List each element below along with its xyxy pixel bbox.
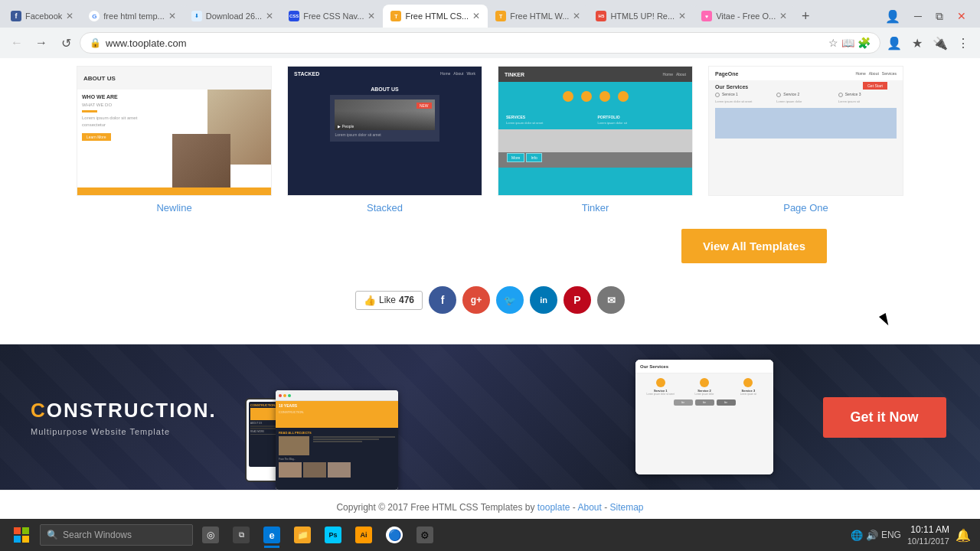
twitter-share-button[interactable]: 🐦 bbox=[496, 286, 524, 314]
bookmark-button[interactable]: ★ bbox=[906, 32, 928, 54]
browser-dot-yellow bbox=[283, 394, 286, 397]
volume-icon[interactable]: 🔊 bbox=[866, 530, 878, 541]
network-icon[interactable]: 🌐 bbox=[851, 530, 863, 541]
email-share-button[interactable]: ✉ bbox=[597, 286, 625, 314]
browser-line2 bbox=[313, 439, 379, 440]
preview-nav1: Home bbox=[663, 72, 673, 77]
get-it-now-button[interactable]: Get it Now bbox=[823, 397, 946, 438]
template-card-pageone[interactable]: PageOne Home About Services Our Services bbox=[708, 66, 903, 214]
tab-2[interactable]: G free html temp... ✕ bbox=[81, 5, 183, 28]
browser-row1 bbox=[279, 436, 395, 455]
tab-active[interactable]: T Free HTML CS... ✕ bbox=[383, 5, 488, 28]
gplus-icon: g+ bbox=[471, 295, 482, 305]
reader-icon[interactable]: 📖 bbox=[841, 37, 854, 49]
tab2-close[interactable]: ✕ bbox=[168, 11, 176, 21]
preview-navitem1: Home bbox=[440, 71, 450, 76]
tab2-favicon: G bbox=[89, 11, 100, 21]
tab8-close[interactable]: ✕ bbox=[779, 11, 787, 21]
minimize-button[interactable]: ─ bbox=[910, 8, 926, 24]
taskbar-search-placeholder: Search Windows bbox=[63, 530, 132, 540]
profile-icon[interactable]: 👤 bbox=[880, 8, 905, 25]
tab-8[interactable]: ♥ Vitae - Free O... ✕ bbox=[694, 5, 795, 28]
footer-sep2: - bbox=[602, 502, 610, 513]
template-card-newline[interactable]: ABOUT US WHO WE ARE WHAT WE DO Lorem ips… bbox=[77, 66, 272, 214]
linkedin-share-button[interactable]: in bbox=[530, 286, 557, 314]
restore-button[interactable]: ⧉ bbox=[931, 8, 948, 24]
preview-col2-text: Lorem ipsum dolor sit bbox=[598, 121, 685, 126]
preview-col1-header: SERVICES bbox=[506, 115, 593, 119]
tab5-close[interactable]: ✕ bbox=[472, 11, 480, 21]
taskbar-clock[interactable]: 10:11 AM 10/11/2017 bbox=[907, 524, 949, 546]
template-card-stacked[interactable]: STACKED Home About Work ABOUT US NEW bbox=[287, 66, 482, 214]
preview-nav2: About bbox=[676, 72, 686, 77]
footer-sitemap-link[interactable]: Sitemap bbox=[610, 502, 644, 513]
address-bar[interactable]: 🔒 www.tooplate.com ☆ 📖 🧩 bbox=[80, 32, 880, 54]
tab7-close[interactable]: ✕ bbox=[678, 11, 686, 21]
footer-about-link[interactable]: About bbox=[577, 502, 601, 513]
tab-css[interactable]: CSS Free CSS Nav... ✕ bbox=[281, 5, 383, 28]
preview-col1-pageone: Service 1 Lorem ipsum dolor sit amet bbox=[715, 92, 773, 104]
tab-facebook[interactable]: f Facebook ✕ bbox=[3, 5, 81, 28]
taskbar-app-ps[interactable]: Ps bbox=[318, 520, 348, 549]
preview-yellow-bar bbox=[77, 187, 271, 195]
preview-col2-text: Lorem ipsum dolor bbox=[776, 99, 835, 104]
preview-blue-pageone bbox=[715, 108, 897, 139]
refresh-button[interactable]: ↺ bbox=[55, 32, 77, 54]
taskbar-app-taskview[interactable]: ⧉ bbox=[227, 520, 256, 549]
tab-download[interactable]: ⬇ Download 26... ✕ bbox=[184, 5, 281, 28]
taskbar-search[interactable]: 🔍 Search Windows bbox=[40, 524, 193, 546]
template-name-newline: Newline bbox=[156, 202, 191, 214]
extension-icon[interactable]: 🧩 bbox=[858, 37, 871, 49]
construction-banner[interactable]: CONSTRUCTION. Multipurpose Website Templ… bbox=[0, 344, 980, 490]
facebook-like-button[interactable]: 👍 Like 476 bbox=[355, 291, 423, 310]
view-all-templates-button[interactable]: View All Templates bbox=[681, 229, 827, 263]
taskbar-app-cortana[interactable]: ◎ bbox=[196, 520, 225, 549]
facebook-favicon: f bbox=[11, 11, 21, 21]
preview-card-stacked: NEW ▶ People Lorem ipsum dolor sit amet bbox=[330, 95, 439, 142]
browser-bar bbox=[276, 390, 398, 401]
user-profile-button[interactable]: 👤 bbox=[884, 32, 905, 54]
taskbar-app-ai[interactable]: Ai bbox=[349, 520, 378, 549]
preview-navitem2: About bbox=[453, 71, 463, 76]
browser-hero: 10 YEARS CONSTRUCTION. bbox=[276, 401, 398, 428]
close-button[interactable]: ✕ bbox=[952, 8, 971, 24]
preview-nav-items-tinker: Home About bbox=[663, 72, 686, 77]
tab4-close[interactable]: ✕ bbox=[368, 11, 375, 21]
tab-facebook-label: Facebook bbox=[25, 11, 62, 21]
tab2-label: free html temp... bbox=[103, 11, 164, 21]
tablet-icon1 bbox=[656, 378, 665, 387]
footer-tooplate-link[interactable]: tooplate bbox=[537, 502, 570, 513]
notification-icon[interactable]: 🔔 bbox=[956, 528, 971, 543]
pinterest-icon: P bbox=[573, 294, 580, 306]
facebook-share-button[interactable]: f bbox=[429, 286, 456, 314]
taskbar-app-ie[interactable]: e bbox=[257, 520, 286, 549]
settings-button[interactable]: ⋮ bbox=[952, 32, 974, 54]
back-button[interactable]: ← bbox=[6, 32, 28, 54]
browser-blog-img1 bbox=[279, 462, 302, 478]
taskbar-app-chrome[interactable]: 🔵 bbox=[380, 520, 409, 549]
preview-img2-newline bbox=[172, 134, 231, 193]
forward-button[interactable]: → bbox=[31, 32, 52, 54]
browser-hero-subtitle: CONSTRUCTION. bbox=[276, 410, 398, 414]
tab-facebook-close[interactable]: ✕ bbox=[66, 11, 74, 21]
googleplus-share-button[interactable]: g+ bbox=[462, 286, 490, 314]
bookmark-icon[interactable]: ☆ bbox=[828, 37, 838, 49]
preview-dots-tinker bbox=[498, 82, 692, 111]
new-tab-button[interactable]: + bbox=[795, 5, 816, 27]
preview-col1-text: Lorem ipsum dolor sit amet bbox=[715, 99, 773, 104]
pinterest-share-button[interactable]: P bbox=[564, 286, 591, 314]
template-card-tinker[interactable]: TINKER Home About bbox=[498, 66, 693, 214]
tab3-close[interactable]: ✕ bbox=[266, 11, 273, 21]
taskbar-search-icon: 🔍 bbox=[47, 530, 58, 540]
start-button[interactable] bbox=[3, 520, 40, 549]
taskbar-app-settings[interactable]: ⚙ bbox=[410, 520, 439, 549]
tab-7[interactable]: H5 HTML5 UP! Re... ✕ bbox=[588, 5, 694, 28]
tab-6[interactable]: T Free HTML W... ✕ bbox=[488, 5, 588, 28]
view-all-container: View All Templates bbox=[77, 229, 903, 279]
preview-hero-stacked: ABOUT US NEW ▶ People Lorem ipsum dolor … bbox=[288, 80, 482, 151]
tab6-close[interactable]: ✕ bbox=[573, 11, 580, 21]
tablet-icon3 bbox=[743, 378, 753, 387]
taskbar-app-explorer[interactable]: 📁 bbox=[288, 520, 317, 549]
preview-pn2: About bbox=[869, 71, 879, 76]
extension-button[interactable]: 🔌 bbox=[929, 32, 951, 54]
